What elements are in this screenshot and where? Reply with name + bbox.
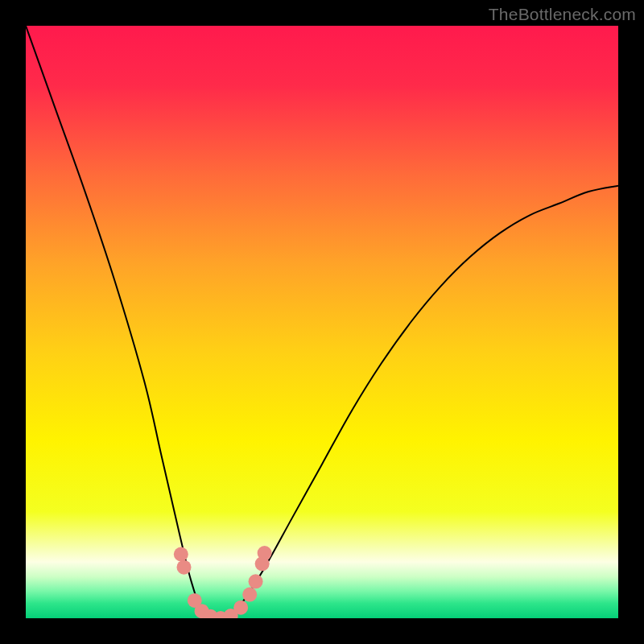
chart-marker [233,601,248,615]
chart-marker [249,574,263,588]
outer-frame: TheBottleneck.com [0,0,644,644]
chart-background [26,26,618,618]
chart-marker [242,588,257,602]
chart-plot-area [26,26,618,618]
chart-marker [174,547,188,562]
watermark-text: TheBottleneck.com [489,5,636,24]
chart-svg [26,26,618,618]
chart-marker [258,546,272,560]
chart-marker [177,560,192,575]
